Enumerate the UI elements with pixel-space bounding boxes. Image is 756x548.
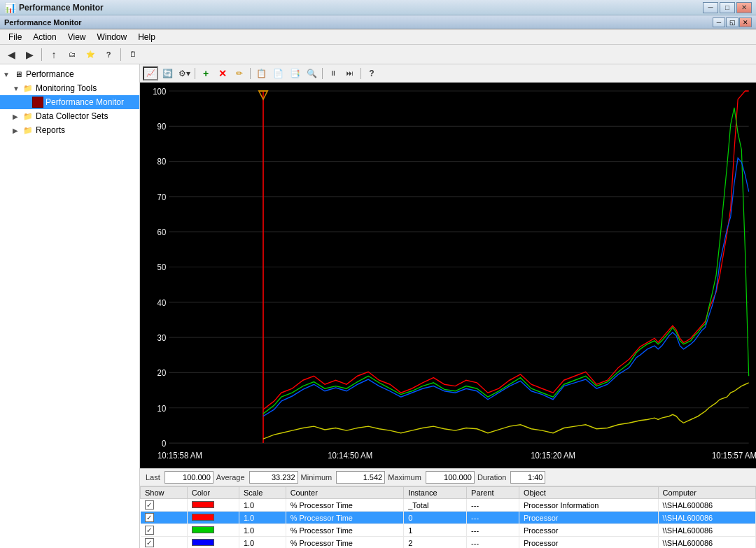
menu-action[interactable]: Action — [27, 31, 62, 43]
monitoring-tools-icon: 📁 — [22, 83, 34, 94]
counter-counter: % Processor Time — [286, 524, 403, 537]
table-row[interactable]: 1.0% Processor Time1---Processor\\SHAL60… — [141, 524, 756, 537]
performance-monitor-label: Performance Monitor — [46, 97, 124, 107]
expand-data-collector[interactable]: ▶ — [13, 113, 22, 120]
add-counter-button[interactable]: + — [198, 66, 214, 80]
toolbar: ◀ ▶ ↑ 🗂 ⭐ ? 🗒 — [0, 45, 756, 64]
performance-label: Performance — [26, 69, 74, 79]
counter-object: Processor — [519, 524, 658, 537]
counter-scale: 1.0 — [239, 537, 286, 549]
counter-scale: 1.0 — [239, 512, 286, 524]
maximize-button[interactable]: □ — [720, 2, 735, 13]
svg-text:10:15:58 AM: 10:15:58 AM — [158, 450, 202, 461]
freeze-button[interactable]: ⏸ — [326, 66, 341, 80]
counter-checkbox[interactable] — [145, 526, 154, 535]
menu-help[interactable]: Help — [132, 31, 161, 43]
gtb-sep-1 — [195, 68, 195, 79]
menu-file[interactable]: File — [3, 31, 27, 43]
counter-scale: 1.0 — [239, 524, 286, 537]
help-graph-button[interactable]: ? — [364, 66, 379, 80]
next-button[interactable]: ⏭ — [342, 66, 358, 80]
counter-computer: \\SHAL600086 — [658, 512, 755, 524]
counter-scale: 1.0 — [239, 499, 286, 512]
svg-rect-0 — [140, 83, 756, 468]
sidebar-item-monitoring-tools[interactable]: ▼ 📁 Monitoring Tools — [0, 81, 139, 95]
window-title: Performance Monitor — [19, 3, 703, 13]
sidebar-item-data-collector-sets[interactable]: ▶ 📁 Data Collector Sets — [0, 109, 139, 123]
zoom-button[interactable]: 🔍 — [304, 66, 319, 80]
view-graph-button[interactable]: 📈 — [143, 66, 158, 80]
close-button[interactable]: ✕ — [736, 2, 752, 13]
minimize-button[interactable]: ─ — [703, 2, 718, 13]
table-row[interactable]: 1.0% Processor Time2---Processor\\SHAL60… — [141, 537, 756, 549]
app-icon: 📊 — [4, 2, 16, 13]
inner-minimize[interactable]: ─ — [713, 17, 725, 27]
paste-special[interactable]: 📑 — [287, 66, 302, 80]
sidebar-item-performance[interactable]: ▼ 🖥 Performance — [0, 67, 139, 81]
svg-text:50: 50 — [158, 262, 167, 273]
table-row[interactable]: 1.0% Processor Time_Total---Processor In… — [141, 499, 756, 512]
counter-parent: --- — [467, 512, 519, 524]
color-swatch — [192, 501, 214, 508]
change-graph-type[interactable]: 🔄 — [160, 66, 175, 80]
counter-object: Processor — [519, 537, 658, 549]
inner-restore[interactable]: ◱ — [726, 17, 738, 27]
delete-counter-button[interactable]: ✕ — [215, 66, 230, 80]
gtb-sep-3 — [322, 68, 323, 79]
main-container: ▼ 🖥 Performance ▼ 📁 Monitoring Tools Per… — [0, 64, 756, 548]
minimum-value: 1.542 — [336, 471, 385, 484]
counter-parent: --- — [467, 537, 519, 549]
sidebar-item-performance-monitor[interactable]: Performance Monitor — [0, 95, 139, 109]
counter-checkbox[interactable] — [145, 538, 154, 547]
expand-reports[interactable]: ▶ — [13, 127, 22, 134]
counter-counter: % Processor Time — [286, 499, 403, 512]
back-button[interactable]: ◀ — [3, 47, 20, 62]
performance-icon: 🖥 — [13, 69, 24, 80]
svg-text:40: 40 — [158, 297, 167, 308]
color-swatch — [192, 514, 214, 521]
graph-area: 100 90 80 70 60 50 40 30 20 10 0 10:15:5… — [140, 83, 756, 468]
counter-parent: --- — [467, 524, 519, 537]
paste-button[interactable]: 📄 — [270, 66, 286, 80]
counter-checkbox[interactable] — [145, 513, 154, 522]
svg-text:30: 30 — [158, 332, 167, 343]
new-button[interactable]: 🗒 — [125, 47, 141, 62]
col-computer: Computer — [658, 487, 755, 499]
forward-button[interactable]: ▶ — [21, 47, 38, 62]
inner-close[interactable]: ✕ — [739, 17, 752, 27]
average-value: 33.232 — [249, 471, 298, 484]
toolbar-sep-1 — [41, 48, 42, 61]
help-button[interactable]: ? — [100, 47, 117, 62]
reports-label: Reports — [36, 125, 65, 135]
svg-text:10:14:50 AM: 10:14:50 AM — [328, 450, 372, 461]
counter-counter: % Processor Time — [286, 537, 403, 549]
counter-instance: 0 — [404, 512, 467, 524]
show-hide-button[interactable]: 🗂 — [64, 47, 80, 62]
table-row[interactable]: 1.0% Processor Time0---Processor\\SHAL60… — [141, 512, 756, 524]
svg-text:90: 90 — [158, 121, 167, 132]
last-label: Last — [146, 473, 160, 482]
menu-view[interactable]: View — [62, 31, 92, 43]
counter-instance: _Total — [404, 499, 467, 512]
properties-dropdown[interactable]: ⚙▾ — [176, 66, 192, 80]
up-button[interactable]: ↑ — [46, 47, 62, 62]
data-collector-label: Data Collector Sets — [36, 111, 108, 121]
counter-checkbox[interactable] — [145, 500, 154, 510]
counter-computer: \\SHAL600086 — [658, 537, 755, 549]
col-object: Object — [519, 487, 658, 499]
sidebar-item-reports[interactable]: ▶ 📁 Reports — [0, 123, 139, 137]
expand-performance[interactable]: ▼ — [3, 71, 13, 78]
copy-button[interactable]: 📋 — [253, 66, 269, 80]
average-label: Average — [216, 473, 245, 482]
col-instance: Instance — [404, 487, 467, 499]
expand-monitoring[interactable]: ▼ — [13, 85, 22, 92]
favorites-button[interactable]: ⭐ — [82, 47, 99, 62]
title-bar: 📊 Performance Monitor ─ □ ✕ — [0, 0, 756, 15]
svg-text:10: 10 — [158, 403, 167, 414]
window-controls: ─ □ ✕ — [703, 2, 752, 13]
menu-window[interactable]: Window — [92, 31, 133, 43]
highlight-button[interactable]: ✏ — [232, 66, 247, 80]
menu-bar: File Action View Window Help — [0, 29, 756, 45]
color-swatch — [192, 539, 214, 546]
svg-text:10:15:57 AM: 10:15:57 AM — [712, 450, 756, 461]
